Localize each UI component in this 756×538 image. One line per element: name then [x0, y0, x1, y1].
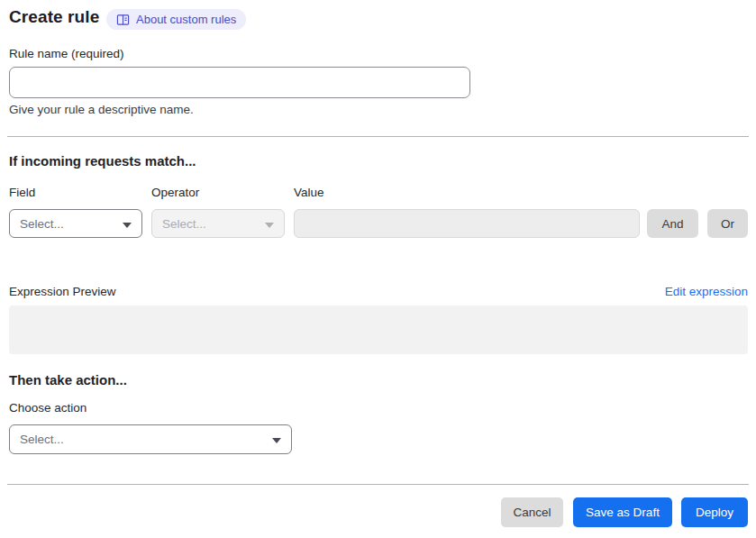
section-divider — [7, 136, 749, 137]
about-custom-rules-badge[interactable]: About custom rules — [106, 9, 246, 30]
and-button[interactable]: And — [647, 209, 698, 238]
choose-action-label: Choose action — [9, 401, 87, 415]
create-rule-page: Create rule About custom rules Rule name… — [0, 0, 756, 538]
rule-name-input[interactable] — [9, 67, 470, 98]
book-icon — [116, 14, 130, 26]
rule-name-helper: Give your rule a descriptive name. — [9, 103, 194, 116]
footer-divider — [7, 484, 749, 485]
about-badge-label: About custom rules — [136, 13, 236, 26]
rule-name-label: Rule name (required) — [9, 47, 124, 60]
field-select[interactable]: Select... — [9, 209, 142, 238]
chevron-down-icon — [265, 217, 274, 231]
value-input — [294, 209, 640, 238]
expression-preview-label: Expression Preview — [9, 285, 116, 298]
match-section-heading: If incoming requests match... — [9, 153, 196, 169]
or-button[interactable]: Or — [707, 209, 748, 238]
page-title: Create rule — [9, 7, 99, 27]
action-section-heading: Then take action... — [9, 372, 127, 388]
value-label: Value — [294, 186, 324, 199]
operator-select: Select... — [151, 209, 285, 238]
choose-action-placeholder: Select... — [20, 433, 64, 446]
expression-preview-box — [9, 305, 748, 354]
deploy-button[interactable]: Deploy — [681, 497, 748, 527]
field-select-placeholder: Select... — [20, 217, 64, 231]
chevron-down-icon — [272, 433, 281, 446]
edit-expression-link[interactable]: Edit expression — [665, 285, 748, 298]
operator-label: Operator — [151, 186, 199, 199]
field-label: Field — [9, 186, 35, 199]
cancel-button[interactable]: Cancel — [501, 497, 563, 527]
choose-action-select[interactable]: Select... — [9, 424, 292, 454]
operator-select-placeholder: Select... — [162, 217, 206, 231]
save-as-draft-button[interactable]: Save as Draft — [573, 497, 672, 527]
chevron-down-icon — [123, 217, 132, 231]
